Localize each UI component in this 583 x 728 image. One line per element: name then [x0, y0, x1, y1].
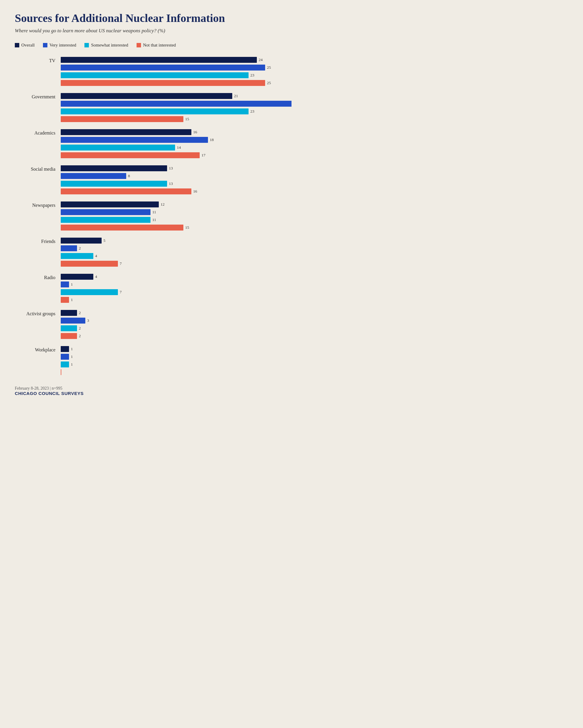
bar-7-1: [61, 318, 85, 323]
bar-4-1: [61, 209, 151, 215]
bars-group-8: 111: [61, 346, 277, 375]
bar-label-3-3: 16: [193, 189, 197, 194]
footer-org: Chicago Council Surveys: [15, 391, 277, 396]
bars-group-6: 4171: [61, 274, 277, 303]
bar-label-6-0: 4: [95, 275, 97, 279]
legend-label-3: Not that interested: [143, 43, 176, 48]
bar-label-7-3: 2: [79, 334, 81, 338]
category-label-0: TV: [15, 57, 61, 64]
bar-7-0: [61, 310, 77, 316]
bar-4-0: [61, 202, 159, 207]
bar-8-0: [61, 346, 69, 352]
category-label-5: Friends: [15, 237, 61, 245]
category-block-1: Government21292315: [15, 93, 277, 122]
bar-6-3: [61, 297, 69, 303]
bar-row-7-1: 3: [61, 317, 277, 324]
bar-row-0-0: 24: [61, 57, 277, 63]
bar-row-6-1: 1: [61, 281, 277, 288]
chart-title: Sources for Additional Nuclear Informati…: [15, 12, 277, 25]
bar-row-3-3: 16: [61, 188, 277, 195]
category-label-4: Newspapers: [15, 201, 61, 209]
bar-row-3-2: 13: [61, 180, 277, 187]
legend-swatch-1: [43, 43, 47, 47]
legend-swatch-2: [84, 43, 89, 47]
bar-label-4-2: 11: [152, 217, 156, 222]
bar-label-4-1: 11: [152, 210, 156, 214]
bar-label-2-3: 17: [202, 153, 206, 158]
bar-3-2: [61, 181, 167, 187]
bar-row-2-1: 18: [61, 137, 277, 143]
category-label-7: Activist groups: [15, 310, 61, 317]
bar-row-4-3: 15: [61, 224, 277, 231]
category-label-3: Social media: [15, 165, 61, 173]
bar-row-8-1: 1: [61, 354, 277, 360]
bar-6-1: [61, 282, 69, 287]
bar-3-0: [61, 165, 167, 171]
legend-item-0: Overall: [15, 43, 35, 48]
bar-label-3-0: 13: [169, 166, 173, 171]
bar-4-3: [61, 225, 183, 231]
bar-row-8-0: 1: [61, 346, 277, 352]
bar-7-3: [61, 333, 77, 339]
bar-row-6-2: 7: [61, 289, 277, 295]
chart-area: TV24252325Government21292315Academics161…: [15, 57, 277, 375]
bar-label-8-1: 1: [71, 354, 73, 359]
bar-8-3: [61, 369, 61, 375]
bar-row-3-0: 13: [61, 165, 277, 172]
bar-label-0-3: 25: [267, 81, 271, 85]
bar-0-2: [61, 72, 248, 78]
legend-label-2: Somewhat interested: [91, 43, 128, 48]
bar-row-1-3: 15: [61, 116, 292, 122]
bar-row-1-1: 29: [61, 100, 292, 107]
bar-row-7-2: 2: [61, 325, 277, 332]
bar-label-0-1: 25: [267, 65, 271, 70]
bar-label-7-1: 3: [87, 318, 89, 323]
bar-label-0-0: 24: [259, 57, 263, 62]
bar-4-2: [61, 217, 151, 223]
bar-2-3: [61, 152, 200, 158]
bar-row-4-2: 11: [61, 216, 277, 223]
bars-group-2: 16181417: [61, 129, 277, 158]
bar-0-0: [61, 57, 257, 63]
bar-2-2: [61, 145, 175, 151]
bar-row-2-0: 16: [61, 129, 277, 135]
legend-swatch-0: [15, 43, 19, 47]
bars-group-3: 1381316: [61, 165, 277, 195]
bar-row-2-2: 14: [61, 144, 277, 151]
legend-swatch-3: [137, 43, 141, 47]
legend-item-1: Very interested: [43, 43, 76, 48]
bar-label-7-2: 2: [79, 326, 81, 331]
category-block-2: Academics16181417: [15, 129, 277, 158]
bar-5-0: [61, 238, 102, 243]
category-label-6: Radio: [15, 274, 61, 281]
bar-label-6-1: 1: [71, 282, 73, 287]
bar-row-1-0: 21: [61, 93, 292, 99]
legend-label-0: Overall: [21, 43, 35, 48]
bar-label-2-2: 14: [177, 145, 181, 150]
bar-label-1-3: 15: [185, 117, 189, 122]
legend-item-3: Not that interested: [137, 43, 176, 48]
bar-row-1-2: 23: [61, 108, 292, 115]
bar-row-5-0: 5: [61, 237, 277, 244]
bar-row-5-1: 2: [61, 245, 277, 252]
bar-label-8-2: 1: [71, 362, 73, 367]
category-block-6: Radio4171: [15, 274, 277, 303]
footer: February 8-28, 2023 | n=995 Chicago Coun…: [15, 386, 277, 396]
bar-1-3: [61, 116, 183, 122]
bar-5-2: [61, 253, 93, 259]
bar-3-1: [61, 173, 126, 179]
bar-1-0: [61, 93, 232, 99]
category-block-5: Friends5247: [15, 237, 277, 267]
bar-1-2: [61, 108, 248, 114]
bar-row-5-3: 7: [61, 260, 277, 267]
bar-row-7-0: 2: [61, 310, 277, 316]
bar-row-6-3: 1: [61, 296, 277, 303]
bars-group-5: 5247: [61, 237, 277, 267]
bar-label-0-2: 23: [250, 73, 255, 78]
bar-1-1: [61, 101, 292, 107]
bar-row-0-1: 25: [61, 64, 277, 71]
bar-7-2: [61, 325, 77, 331]
bar-3-3: [61, 188, 191, 194]
bar-row-0-2: 23: [61, 72, 277, 79]
bars-group-0: 24252325: [61, 57, 277, 86]
